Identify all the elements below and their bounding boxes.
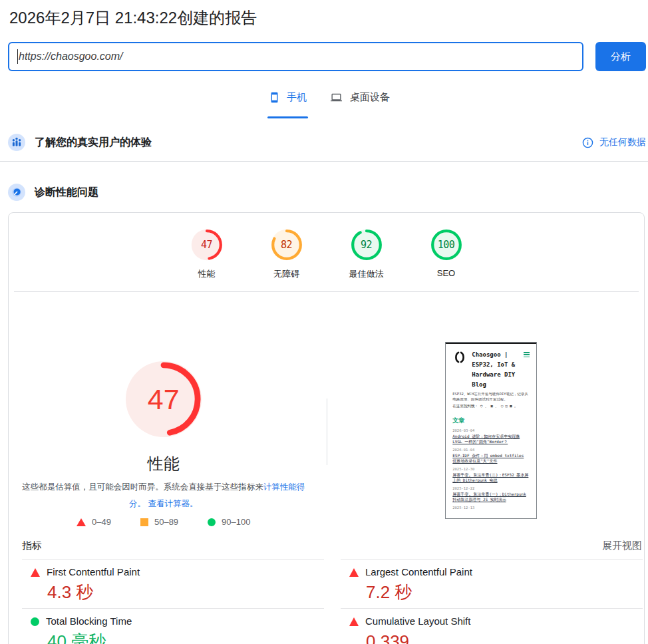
vertical-divider — [327, 399, 327, 465]
metrics-label: 指标 — [22, 540, 42, 552]
post-date: 2026-03-04 — [452, 428, 530, 432]
metrics-header: 指标 展开视图 — [22, 540, 642, 552]
metric-name: Cumulative Layout Shift — [365, 615, 470, 627]
tab-desktop-label: 桌面设备 — [350, 91, 390, 104]
site-intro: ESP32、WCH芯片开发与硬件DIY笔记，记录从电路原理、固件调试到开发过程。 — [452, 391, 530, 402]
thumbnail-page-body: Chaosgoo | ESP32, IoT & Hardware DIY Blo… — [446, 344, 536, 510]
legend-pass-range: 90–100 — [222, 517, 250, 527]
device-tabs: 手机 桌面设备 — [5, 91, 648, 118]
legend-average-range: 50–89 — [154, 517, 178, 527]
metric-value: 40 毫秒 — [47, 632, 324, 644]
performance-label: 性能 — [148, 456, 180, 472]
post-item: 2026-03-04 Android 进阶：如何在安卓中实现像 LVGL 一样的… — [452, 428, 530, 444]
info-icon — [582, 137, 593, 148]
pass-circle-icon — [208, 518, 216, 526]
gauge-best-practices[interactable]: 92 最佳做法 — [351, 229, 383, 280]
average-square-icon — [140, 518, 148, 526]
metric-fcp: First Contentful Paint 4.3 秒 — [22, 559, 324, 608]
section-divider — [0, 161, 648, 162]
url-bar: https://chaosgoo.com/ 分析 — [8, 42, 646, 71]
post-title: Android 进阶：如何在安卓中实现像 LVGL 一样的"圆角"Border？ — [452, 434, 530, 444]
post-item: 2025-12-22 屏幕千变, 算法常青(一)：Ditherpunk 抖动算法… — [452, 486, 530, 502]
tab-mobile-label: 手机 — [287, 91, 307, 104]
performance-report-card: 47 性能 82 无障碍 92 最佳做法 — [8, 212, 645, 644]
metric-lcp: Largest Contentful Paint 7.2 秒 — [341, 559, 643, 608]
fail-triangle-icon — [77, 518, 86, 526]
performance-score-gauge: 47 — [124, 360, 203, 438]
chaosgoo-logo — [452, 350, 467, 365]
gauge-accessibility[interactable]: 82 无障碍 — [271, 229, 303, 280]
url-input[interactable]: https://chaosgoo.com/ — [8, 42, 583, 71]
legend-average: 50–89 — [140, 517, 178, 527]
post-item: 2025-12-13 — [452, 506, 530, 510]
hamburger-menu-icon — [524, 352, 530, 390]
metric-value: 7.2 秒 — [366, 583, 643, 601]
page-title: 2026年2月7日 21:43:22创建的报告 — [9, 8, 639, 28]
gauge-seo[interactable]: 100 SEO — [430, 229, 462, 280]
metric-tbt: Total Blocking Time 40 毫秒 — [22, 608, 324, 644]
category-gauges: 47 性能 82 无障碍 92 最佳做法 — [9, 213, 644, 280]
gauge-ring: 100 — [430, 229, 462, 261]
analyze-button[interactable]: 分析 — [595, 42, 646, 71]
gauge-ring: 47 — [191, 229, 223, 261]
gauge-label: 性能 — [198, 268, 216, 280]
gauge-performance[interactable]: 47 性能 — [191, 229, 223, 280]
gauge-label: 最佳做法 — [349, 268, 384, 280]
performance-score: 47 — [124, 360, 203, 438]
post-title: 屏幕千变, 算法常青(二)：ESP32 墨水屏上的 Ditherpunk 实战 — [452, 472, 530, 483]
posts-heading: 文章 — [452, 416, 530, 425]
metric-name: Total Blocking Time — [46, 615, 132, 627]
post-date: 2025-12-22 — [452, 486, 530, 490]
post-date: 2025-12-13 — [452, 506, 530, 510]
tab-mobile[interactable]: 手机 — [269, 91, 307, 118]
legend-fail: 0–49 — [77, 517, 111, 527]
site-social-links: 在这里找到我： ◯ 、 ▣ 、 ▢ ◫ ▩ 。 — [452, 404, 530, 408]
page-screenshot-thumbnail[interactable]: Chaosgoo | ESP32, IoT & Hardware DIY Blo… — [445, 342, 537, 519]
diagnostics-title: 诊断性能问题 — [35, 186, 98, 200]
gauge-label: SEO — [437, 268, 455, 278]
metric-status-icon — [31, 568, 40, 577]
disclaimer-text: 这些都是估算值，且可能会因时而异。系统会直接基于这些指标来 — [22, 482, 263, 492]
tab-desktop[interactable]: 桌面设备 — [329, 91, 390, 118]
gauge-score: 100 — [430, 229, 462, 261]
post-item: 2026-01-04 ESP-IDF 杂件：用 embed_txtfiles 优… — [452, 448, 530, 464]
metric-value: 0.339 — [366, 632, 643, 644]
post-title: 屏幕千变, 算法常青(一)：Ditherpunk 抖动算法原理与 JS 实时演示 — [452, 492, 530, 502]
legend-fail-range: 0–49 — [92, 517, 111, 527]
metric-status-icon — [349, 568, 359, 577]
metric-cls: Cumulative Layout Shift 0.339 — [341, 608, 643, 644]
metric-status-icon — [349, 617, 359, 626]
active-tab-indicator — [267, 116, 308, 118]
performance-detail: 47 性能 这些都是估算值，且可能会因时而异。系统会直接基于这些指标来计算性能得… — [9, 292, 644, 527]
gauge-score: 47 — [191, 229, 223, 261]
post-date: 2026-01-04 — [452, 448, 530, 452]
score-legend: 0–49 50–89 90–100 — [77, 517, 250, 527]
metrics-grid: First Contentful Paint 4.3 秒 Largest Con… — [22, 559, 643, 644]
gauge-ring: 82 — [271, 229, 303, 261]
legend-pass: 90–100 — [208, 517, 250, 527]
site-header: Chaosgoo | ESP32, IoT & Hardware DIY Blo… — [452, 350, 530, 390]
real-users-icon — [8, 134, 25, 151]
metric-name: Largest Contentful Paint — [365, 566, 472, 578]
metric-name: First Contentful Paint — [47, 566, 140, 578]
post-date: 2025-12-30 — [452, 467, 530, 471]
calculator-link[interactable]: 查看计算器。 — [148, 499, 198, 508]
post-title: ESP-IDF 杂件：用 embed_txtfiles 优雅地收录任意"大"文件 — [452, 453, 530, 464]
gauge-label: 无障碍 — [273, 268, 299, 280]
diagnostics-section-header: 诊断性能问题 — [8, 184, 646, 201]
field-data-title: 了解您的真实用户的体验 — [35, 136, 152, 150]
site-title: Chaosgoo | ESP32, IoT & Hardware DIY Blo… — [472, 350, 515, 390]
metric-value: 4.3 秒 — [47, 583, 324, 601]
url-value: https://chaosgoo.com/ — [19, 51, 123, 63]
laptop-icon — [329, 92, 343, 103]
field-data-section-header: 了解您的真实用户的体验 无任何数据 — [8, 134, 646, 151]
no-data-label: 无任何数据 — [599, 136, 646, 148]
gauge-ring: 92 — [351, 229, 383, 261]
diagnose-icon — [8, 184, 25, 201]
gauge-score: 82 — [271, 229, 303, 261]
no-data-link[interactable]: 无任何数据 — [582, 136, 646, 148]
phone-icon — [269, 92, 280, 103]
text-cursor — [17, 49, 18, 64]
post-item: 2025-12-30 屏幕千变, 算法常青(二)：ESP32 墨水屏上的 Dit… — [452, 467, 530, 483]
expand-view-button[interactable]: 展开视图 — [602, 540, 642, 552]
